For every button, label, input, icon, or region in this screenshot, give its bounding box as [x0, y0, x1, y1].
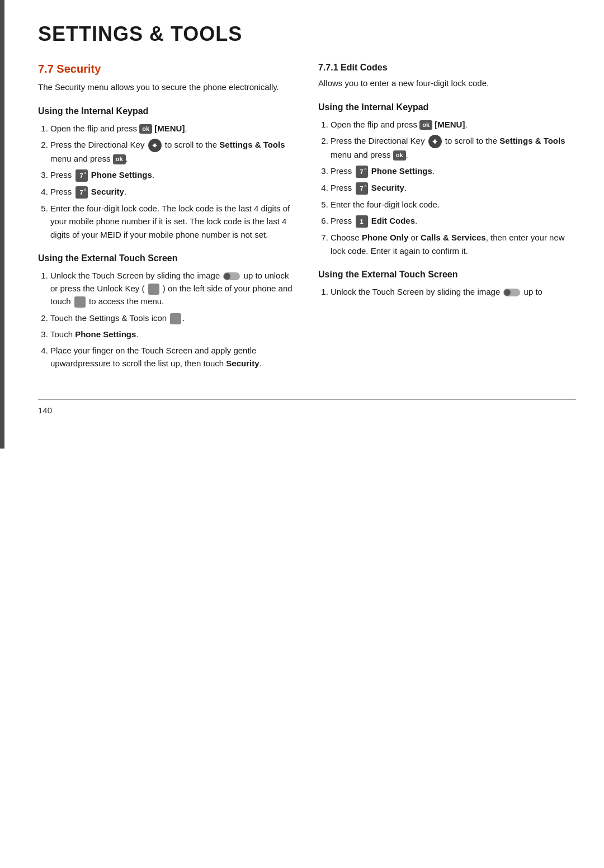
list-item: Open the flip and press ok [MENU]. — [331, 118, 576, 131]
page: SETTINGS & TOOLS 7.7 Security The Securi… — [0, 0, 604, 449]
phone-settings-label-3: Phone Settings — [371, 166, 432, 176]
slide-icon-2 — [503, 289, 520, 296]
settings-tools-label: Settings & Tools — [219, 140, 285, 149]
left-column: 7.7 Security The Security menu allows yo… — [38, 63, 296, 383]
external-touch-2-list: Unlock the Touch Screen by sliding the i… — [318, 285, 576, 298]
section-77-intro: The Security menu allows you to secure t… — [38, 81, 296, 94]
section-771: 7.7.1 Edit Codes Allows you to enter a n… — [318, 63, 576, 90]
key-1-icon: 1 — [356, 215, 368, 228]
left-bar — [0, 0, 4, 449]
section-771-intro: Allows you to enter a new four-digit loc… — [318, 77, 576, 90]
list-item: Unlock the Touch Screen by sliding the i… — [50, 269, 296, 308]
ok-key-icon-3: ok — [419, 120, 432, 130]
menu-label-2: [MENU] — [435, 120, 465, 129]
ok-key-icon-4: ok — [393, 150, 406, 160]
settings-tools-label-2: Settings & Tools — [499, 136, 565, 145]
list-item: Press 7 Phone Settings. — [50, 168, 296, 182]
page-number: 140 — [38, 405, 576, 415]
list-item: Place your finger on the Touch Screen an… — [50, 344, 296, 370]
list-item: Unlock the Touch Screen by sliding the i… — [331, 285, 576, 298]
key-7c-icon: 7 — [356, 166, 368, 178]
key-7b-icon: 7 — [76, 186, 88, 199]
phone-settings-label: Phone Settings — [91, 170, 152, 180]
external-touch-2-heading: Using the External Touch Screen — [318, 270, 576, 280]
list-item: Choose Phone Only or Calls & Services, t… — [331, 231, 576, 257]
ok-key-icon: ok — [139, 124, 152, 134]
menu-label: [MENU] — [154, 124, 185, 133]
section-771-heading: 7.7.1 Edit Codes — [318, 63, 576, 73]
key-7d-icon: 7 — [356, 182, 368, 195]
security-label-2: Security — [226, 358, 259, 368]
internal-keypad-2-heading: Using the Internal Keypad — [318, 102, 576, 112]
page-title: SETTINGS & TOOLS — [38, 22, 576, 46]
internal-keypad-1-list: Open the flip and press ok [MENU]. Press… — [38, 122, 296, 241]
list-item: Press 7 Security. — [50, 185, 296, 199]
page-divider — [38, 399, 576, 400]
security-label-3: Security — [371, 183, 404, 192]
external-touch-2-block: Using the External Touch Screen Unlock t… — [318, 270, 576, 298]
external-touch-1-heading: Using the External Touch Screen — [38, 253, 296, 263]
list-item: Press 1 Edit Codes. — [331, 214, 576, 228]
ok-key-icon-2: ok — [113, 154, 126, 164]
directional-key-icon — [148, 139, 162, 152]
external-touch-1-list: Unlock the Touch Screen by sliding the i… — [38, 269, 296, 370]
list-item: Touch the Settings & Tools icon . — [50, 312, 296, 324]
list-item: Open the flip and press ok [MENU]. — [50, 122, 296, 135]
calls-services-label: Calls & Services — [421, 233, 486, 242]
touch-icon — [74, 296, 86, 308]
list-item: Press 7 Phone Settings. — [331, 164, 576, 178]
internal-keypad-1-block: Using the Internal Keypad Open the flip … — [38, 106, 296, 241]
section-77: 7.7 Security The Security menu allows yo… — [38, 63, 296, 94]
list-item: Enter the four-digit lock code. — [331, 198, 576, 211]
settings-tools-icon — [170, 313, 181, 324]
internal-keypad-2-block: Using the Internal Keypad Open the flip … — [318, 102, 576, 257]
security-label: Security — [91, 187, 124, 196]
list-item: Press the Directional Key to scroll to t… — [50, 138, 296, 165]
key-7-icon: 7 — [76, 169, 88, 182]
list-item: Press the Directional Key to scroll to t… — [331, 134, 576, 161]
internal-keypad-2-list: Open the flip and press ok [MENU]. Press… — [318, 118, 576, 257]
list-item: Press 7 Security. — [331, 181, 576, 195]
phone-only-label: Phone Only — [362, 233, 408, 242]
list-item: Enter the four-digit lock code. The lock… — [50, 202, 296, 241]
phone-settings-label-2: Phone Settings — [75, 329, 136, 339]
right-column: 7.7.1 Edit Codes Allows you to enter a n… — [318, 63, 576, 383]
internal-keypad-1-heading: Using the Internal Keypad — [38, 106, 296, 116]
unlock-key-icon — [148, 284, 159, 295]
two-column-layout: 7.7 Security The Security menu allows yo… — [38, 63, 576, 383]
content: SETTINGS & TOOLS 7.7 Security The Securi… — [4, 0, 604, 449]
external-touch-1-block: Using the External Touch Screen Unlock t… — [38, 253, 296, 370]
directional-key-icon-2 — [428, 135, 442, 148]
slide-icon — [223, 272, 240, 280]
section-77-heading: 7.7 Security — [38, 63, 296, 76]
edit-codes-label: Edit Codes — [371, 216, 415, 225]
list-item: Touch Phone Settings. — [50, 328, 296, 341]
